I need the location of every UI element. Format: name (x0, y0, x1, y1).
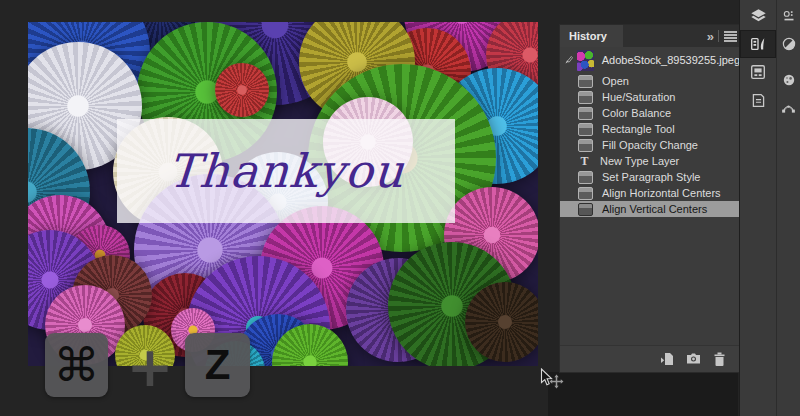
history-state-icon (578, 75, 593, 88)
document-canvas[interactable]: Thankyou (28, 22, 538, 366)
history-state-icon (578, 139, 593, 152)
history-brush-source-icon[interactable] (565, 53, 573, 67)
history-state-icon (578, 203, 593, 216)
key-combination-plus: + (132, 338, 168, 394)
history-state-label: Hue/Saturation (602, 91, 675, 103)
history-state-label: Set Paragraph Style (602, 171, 700, 183)
delete-state-icon[interactable] (713, 352, 726, 366)
history-state-row[interactable]: Open (560, 73, 740, 89)
type-layer-icon: T (578, 156, 591, 167)
create-document-from-state-icon[interactable] (660, 352, 674, 366)
history-state-row[interactable]: Hue/Saturation (560, 89, 740, 105)
snapshot-row[interactable]: AdobeStock_89539255.jpeg (560, 47, 740, 73)
command-key-symbol: ⌘ (54, 338, 100, 392)
overlay-text: Thankyou (166, 144, 406, 198)
paper-rosette (465, 282, 538, 362)
history-state-icon (578, 107, 593, 120)
history-state-icon (578, 123, 593, 136)
history-state-label: Color Balance (602, 107, 671, 119)
history-state-label: Fill Opacity Change (602, 139, 698, 151)
history-states-list: OpenHue/SaturationColor BalanceRectangle… (560, 73, 740, 217)
paths-panel-icon[interactable] (777, 94, 800, 122)
history-state-label: New Type Layer (600, 155, 679, 167)
history-state-row[interactable]: Fill Opacity Change (560, 137, 740, 153)
overlay-card: Thankyou (117, 119, 455, 223)
mouse-cursor (540, 368, 574, 392)
history-state-label: Open (602, 75, 629, 87)
panel-tab-bar: History » (560, 25, 740, 47)
history-panel-footer (560, 345, 740, 372)
collapse-to-icons-icon[interactable]: » (707, 30, 713, 43)
panel-title: History (569, 30, 607, 42)
history-state-label: Rectangle Tool (602, 123, 675, 135)
history-state-label: Align Horizontal Centers (602, 187, 721, 199)
snapshot-name: AdobeStock_89539255.jpeg (602, 54, 740, 66)
history-state-row[interactable]: Color Balance (560, 105, 740, 121)
history-state-row[interactable]: TNew Type Layer (560, 153, 740, 169)
history-state-icon (578, 187, 593, 200)
history-state-icon (578, 91, 593, 104)
dock-empty-area (548, 372, 738, 416)
history-state-icon (578, 171, 593, 184)
create-new-snapshot-icon[interactable] (686, 352, 701, 366)
libraries-panel-icon[interactable] (740, 58, 776, 86)
properties-panel-icon[interactable] (777, 2, 800, 30)
history-state-row[interactable]: Rectangle Tool (560, 121, 740, 137)
panel-menu-icon[interactable] (724, 31, 737, 42)
snapshot-thumbnail[interactable] (577, 50, 594, 71)
paper-rosette (215, 63, 269, 117)
history-panel: History » AdobeStock_89539255.jpeg OpenH… (560, 25, 740, 372)
command-keycap-overlay: ⌘ (45, 333, 108, 397)
divider (718, 30, 719, 42)
notes-panel-icon[interactable] (740, 86, 776, 114)
photoshop-workspace: Thankyou History » AdobeSto (0, 0, 800, 416)
history-state-label: Align Vertical Centers (602, 203, 707, 215)
tab-history[interactable]: History (560, 25, 623, 47)
dock-column-b (776, 0, 800, 416)
styles-panel-icon[interactable] (777, 66, 800, 94)
history-state-row[interactable]: Set Paragraph Style (560, 169, 740, 185)
dock-column-a (740, 0, 776, 416)
history-panel-icon[interactable] (740, 30, 776, 58)
layers-panel-icon[interactable] (740, 2, 776, 30)
move-cursor-icon (549, 374, 564, 389)
z-key-symbol: Z (205, 341, 231, 389)
panel-dock (739, 0, 800, 416)
z-keycap-overlay: Z (185, 333, 250, 397)
history-state-row[interactable]: Align Vertical Centers (560, 201, 740, 217)
history-state-row[interactable]: Align Horizontal Centers (560, 185, 740, 201)
adjustments-panel-icon[interactable] (777, 30, 800, 58)
